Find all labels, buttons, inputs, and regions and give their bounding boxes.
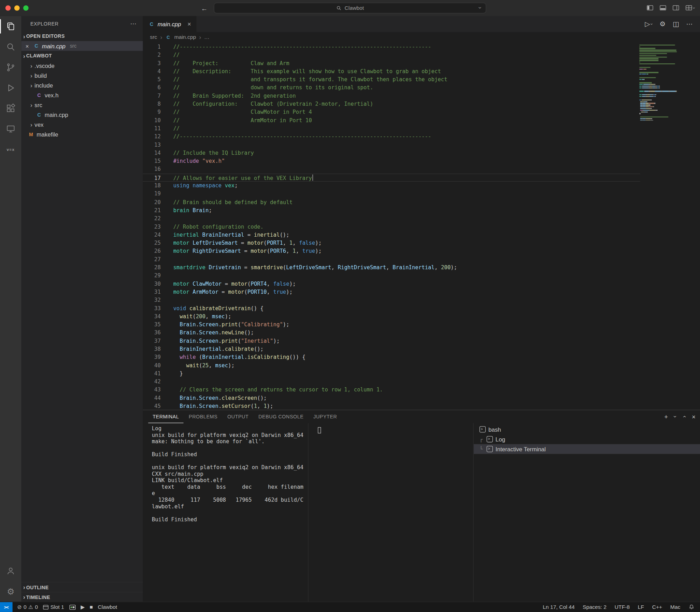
project-status[interactable]: Clawbot <box>98 604 117 610</box>
maximize-panel-icon[interactable]: › <box>681 416 687 418</box>
code-editor[interactable]: 1//-------------------------------------… <box>143 42 700 410</box>
tree-folder-include[interactable]: ›include <box>21 80 143 90</box>
panel-tab-output[interactable]: OUTPUT <box>223 410 253 423</box>
chevron-down-icon[interactable]: › <box>477 7 483 9</box>
activity-vex[interactable]: v≡x <box>0 139 21 160</box>
notifications-bell-icon[interactable] <box>688 604 695 610</box>
sidebar-section-outline[interactable]: ›OUTLINE <box>21 582 143 592</box>
code-line-6[interactable]: 6// down and returns to its original spo… <box>143 84 640 92</box>
breadcrumb-item-file[interactable]: main.cpp <box>174 34 196 40</box>
split-editor-icon[interactable]: ◫ <box>673 20 679 28</box>
tree-folder-vex[interactable]: ›vex <box>21 120 143 130</box>
back-icon[interactable]: ← <box>201 4 208 12</box>
status-item[interactable]: C++ <box>652 604 662 610</box>
code-line-25[interactable]: 25motor LeftDriveSmart = motor(PORT1, 1,… <box>143 239 640 247</box>
tree-file-vex.h[interactable]: Cvex.h <box>21 90 143 100</box>
code-line-2[interactable]: 2// <box>143 51 640 59</box>
terminal-list-item-bash[interactable]: >bash <box>474 424 700 434</box>
more-actions-icon[interactable]: ⋯ <box>686 20 693 28</box>
status-item[interactable]: UTF-8 <box>615 604 630 610</box>
code-line-7[interactable]: 7// Brain Supported: 2nd generation <box>143 92 640 100</box>
sidebar-section-timeline[interactable]: ›TIMELINE <box>21 592 143 601</box>
panel-tab-problems[interactable]: PROBLEMS <box>184 410 222 423</box>
code-line-35[interactable]: 35 Brain.Screen.print("Calibrating"); <box>143 320 640 328</box>
code-line-41[interactable]: 41 } <box>143 369 640 377</box>
new-terminal-icon[interactable]: + <box>664 413 668 420</box>
code-line-11[interactable]: 11// <box>143 125 640 133</box>
code-line-8[interactable]: 8// Configuration: Clawbot (Drivetrain 2… <box>143 100 640 108</box>
code-line-32[interactable]: 32 <box>143 296 640 304</box>
code-line-33[interactable]: 33void calibrateDrivetrain() { <box>143 304 640 312</box>
code-line-24[interactable]: 24inertial BrainInertial = inertial(); <box>143 231 640 239</box>
customize-layout-icon[interactable]: › <box>685 5 694 12</box>
tree-folder-src[interactable]: ›src <box>21 100 143 110</box>
code-line-31[interactable]: 31motor ArmMotor = motor(PORT10, true); <box>143 288 640 296</box>
code-line-15[interactable]: 15#include "vex.h" <box>143 157 640 165</box>
panel-tab-jupyter[interactable]: JUPYTER <box>309 410 341 423</box>
activity-settings[interactable]: ⚙ <box>0 581 21 602</box>
status-item[interactable]: Spaces: 2 <box>583 604 607 610</box>
status-item[interactable]: LF <box>638 604 644 610</box>
zoom-window-button[interactable] <box>23 5 28 11</box>
tab-main-cpp[interactable]: C main.cpp × <box>143 16 196 32</box>
code-line-42[interactable]: 42 <box>143 378 640 386</box>
tree-file-main.cpp[interactable]: Cmain.cpp <box>21 110 143 120</box>
tree-folder-.vscode[interactable]: ›.vscode <box>21 61 143 70</box>
tree-folder-build[interactable]: ›build <box>21 70 143 80</box>
code-line-13[interactable]: 13 <box>143 141 640 149</box>
code-line-3[interactable]: 3// Project: Claw and Arm <box>143 59 640 67</box>
activity-account[interactable] <box>0 561 21 581</box>
close-window-button[interactable] <box>5 5 11 11</box>
minimap[interactable] <box>639 43 677 121</box>
close-panel-icon[interactable]: × <box>692 413 695 420</box>
interactive-terminal-pane[interactable] <box>308 423 473 602</box>
gear-icon[interactable]: ⚙ <box>659 20 665 28</box>
activity-explorer[interactable] <box>0 16 21 37</box>
breadcrumb-item-symbol[interactable]: … <box>204 34 209 40</box>
remote-indicator[interactable]: >< <box>0 602 12 612</box>
code-line-4[interactable]: 4// Description: This example will show … <box>143 67 640 75</box>
code-line-40[interactable]: 40 wait(25, msec); <box>143 361 640 369</box>
code-line-30[interactable]: 30motor ClawMotor = motor(PORT4, false); <box>143 280 640 288</box>
command-center-search[interactable]: Clawbot › <box>214 3 486 14</box>
code-line-44[interactable]: 44 Brain.Screen.clearScreen(); <box>143 394 640 402</box>
terminal-output-pane[interactable]: Logunix build for platform vexiq2 on Dar… <box>143 423 308 602</box>
open-editor-main-cpp[interactable]: × C main.cpp src <box>21 41 143 51</box>
code-line-43[interactable]: 43 // Clears the screen and returns the … <box>143 386 640 394</box>
activity-run-debug[interactable] <box>0 78 21 98</box>
close-tab-icon[interactable]: × <box>187 21 191 28</box>
code-line-20[interactable]: 20// Brain should be defined by default <box>143 198 640 206</box>
toggle-panel-icon[interactable] <box>659 5 666 12</box>
code-line-14[interactable]: 14// Include the IQ Library <box>143 149 640 157</box>
slot-selector[interactable]: Slot 1 <box>43 604 64 610</box>
code-line-36[interactable]: 36 Brain.Screen.newLine(); <box>143 329 640 337</box>
code-line-29[interactable]: 29 <box>143 272 640 280</box>
activity-remote-explorer[interactable] <box>0 119 21 139</box>
code-line-27[interactable]: 27 <box>143 255 640 263</box>
run-file-button[interactable]: ▷› <box>645 20 653 28</box>
brain-status[interactable] <box>69 604 76 610</box>
code-line-22[interactable]: 22 <box>143 214 640 222</box>
code-line-34[interactable]: 34 wait(200, msec); <box>143 312 640 320</box>
status-item[interactable]: Ln 17, Col 44 <box>543 604 575 610</box>
toggle-secondary-sidebar-icon[interactable] <box>672 5 679 12</box>
toggle-primary-sidebar-icon[interactable] <box>646 5 653 12</box>
stop-program-button[interactable]: ■ <box>90 604 93 610</box>
code-line-38[interactable]: 38 BrainInertial.calibrate(); <box>143 345 640 353</box>
code-line-1[interactable]: 1//-------------------------------------… <box>143 43 640 51</box>
run-program-button[interactable]: ▶ <box>81 604 85 610</box>
activity-extensions[interactable] <box>0 98 21 119</box>
panel-tab-terminal[interactable]: TERMINAL <box>148 410 183 423</box>
code-line-17[interactable]: 17// Allows for easier use of the VEX Li… <box>143 174 640 182</box>
code-line-37[interactable]: 37 Brain.Screen.print("Inertial"); <box>143 337 640 345</box>
code-line-10[interactable]: 10// ArmMotor in Port 10 <box>143 116 640 124</box>
terminal-list-item-interactive-terminal[interactable]: └>Interactive Terminal <box>474 444 700 454</box>
open-editors-section[interactable]: › OPEN EDITORS <box>21 31 143 41</box>
activity-source-control[interactable] <box>0 57 21 78</box>
code-line-23[interactable]: 23// Robot configuration code. <box>143 223 640 231</box>
code-line-19[interactable]: 19 <box>143 190 640 198</box>
code-line-39[interactable]: 39 while (BrainInertial.isCalibrating())… <box>143 353 640 361</box>
terminal-list-item-log[interactable]: ┌>Log <box>474 434 700 444</box>
chevron-down-icon[interactable]: › <box>673 416 679 418</box>
code-line-9[interactable]: 9// ClawMotor in Port 4 <box>143 108 640 116</box>
